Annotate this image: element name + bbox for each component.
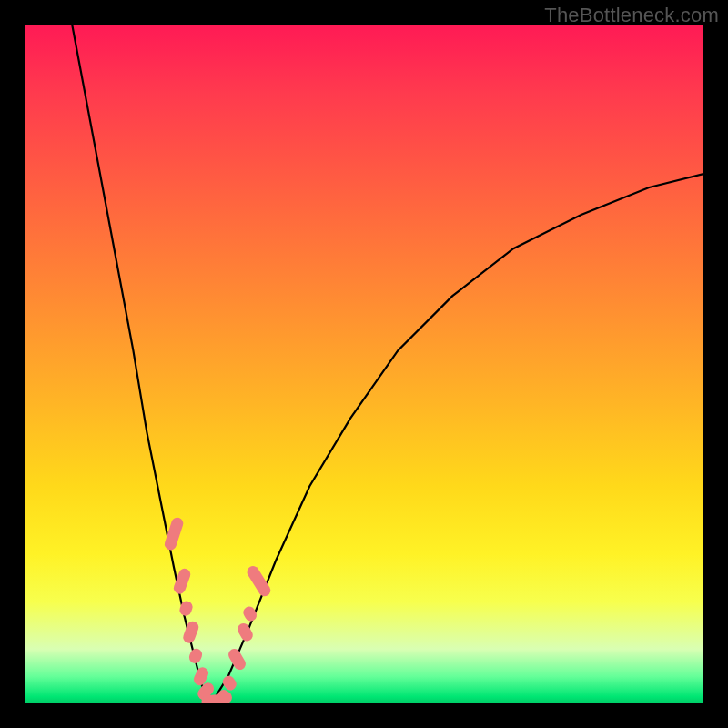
curve-right-curve [211, 174, 703, 703]
marker-pill [181, 620, 200, 645]
marker-pill [187, 647, 204, 665]
marker-pill [236, 622, 256, 643]
curve-left-curve [72, 25, 211, 703]
plot-area [25, 25, 703, 703]
curve-group [72, 25, 703, 703]
chart-frame: TheBottleneck.com [0, 0, 728, 728]
marker-pill [220, 673, 238, 693]
chart-svg [25, 25, 703, 703]
watermark-text: TheBottleneck.com [544, 4, 719, 27]
marker-pill [227, 647, 248, 672]
